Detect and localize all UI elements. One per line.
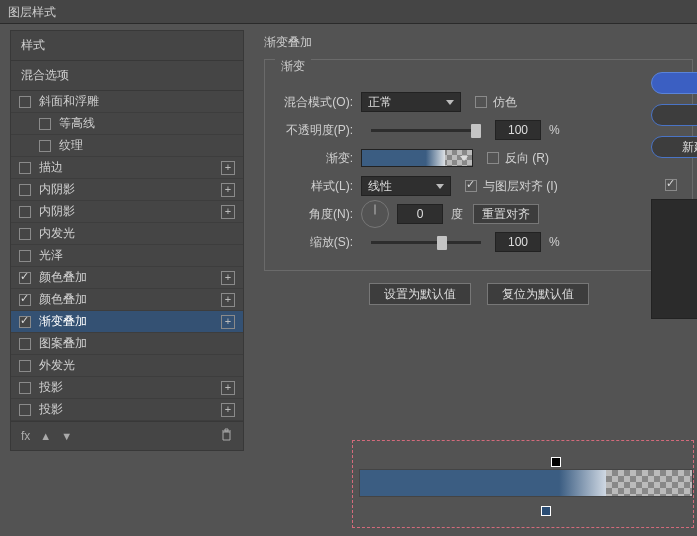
scale-row: 缩放(S): 100 %	[279, 228, 678, 256]
gradient-group: 渐变 混合模式(O): 正常 仿色 不透明度(P): 100 % 渐变: 反向 …	[264, 59, 693, 271]
gradient-bar[interactable]	[359, 469, 693, 497]
style-checkbox[interactable]	[19, 338, 31, 350]
scale-label: 缩放(S):	[279, 234, 361, 251]
style-label: 投影	[39, 401, 221, 418]
style-label: 投影	[39, 379, 221, 396]
style-checkbox[interactable]	[19, 404, 31, 416]
styles-panel: 样式 混合选项 斜面和浮雕等高线纹理描边+内阴影+内阴影+内发光光泽颜色叠加+颜…	[10, 30, 244, 451]
style-label: 纹理	[59, 137, 235, 154]
style-checkbox[interactable]	[39, 140, 51, 152]
dither-checkbox[interactable]	[475, 96, 487, 108]
style-checkbox[interactable]	[39, 118, 51, 130]
angle-unit: 度	[451, 206, 463, 223]
style-item[interactable]: 外发光	[11, 355, 243, 377]
style-label: 渐变叠加	[39, 313, 221, 330]
align-label: 与图层对齐 (I)	[483, 178, 558, 195]
opacity-label: 不透明度(P):	[279, 122, 361, 139]
add-effect-icon[interactable]: +	[221, 315, 235, 329]
style-checkbox[interactable]	[19, 206, 31, 218]
style-item[interactable]: 图案叠加	[11, 333, 243, 355]
style-checkbox[interactable]	[19, 96, 31, 108]
style-item[interactable]: 内阴影+	[11, 201, 243, 223]
style-checkbox[interactable]	[19, 184, 31, 196]
blend-mode-select[interactable]: 正常	[361, 92, 461, 112]
move-up-icon[interactable]: ▲	[40, 430, 51, 442]
align-checkbox[interactable]	[465, 180, 477, 192]
styles-list: 斜面和浮雕等高线纹理描边+内阴影+内阴影+内发光光泽颜色叠加+颜色叠加+渐变叠加…	[11, 91, 243, 421]
opacity-slider-thumb[interactable]	[471, 124, 481, 138]
styles-header[interactable]: 样式	[11, 31, 243, 61]
style-item[interactable]: 颜色叠加+	[11, 267, 243, 289]
styles-column: 样式 混合选项 斜面和浮雕等高线纹理描边+内阴影+内阴影+内发光光泽颜色叠加+颜…	[0, 24, 244, 536]
new-style-button[interactable]: 新建	[651, 136, 697, 158]
window-title: 图层样式	[8, 5, 56, 19]
make-default-button[interactable]: 设置为默认值	[369, 283, 471, 305]
style-checkbox[interactable]	[19, 250, 31, 262]
style-item[interactable]: 内阴影+	[11, 179, 243, 201]
add-effect-icon[interactable]: +	[221, 183, 235, 197]
ok-button[interactable]	[651, 72, 697, 94]
style-item[interactable]: 纹理	[11, 135, 243, 157]
opacity-input[interactable]: 100	[495, 120, 541, 140]
add-effect-icon[interactable]: +	[221, 271, 235, 285]
opacity-stop[interactable]	[551, 457, 561, 467]
style-item[interactable]: 斜面和浮雕	[11, 91, 243, 113]
reset-align-button[interactable]: 重置对齐	[473, 204, 539, 224]
style-select[interactable]: 线性	[361, 176, 451, 196]
add-effect-icon[interactable]: +	[221, 161, 235, 175]
add-effect-icon[interactable]: +	[221, 381, 235, 395]
defaults-row: 设置为默认值 复位为默认值	[264, 283, 693, 305]
preview-box	[651, 179, 697, 319]
reverse-checkbox[interactable]	[487, 152, 499, 164]
add-effect-icon[interactable]: +	[221, 205, 235, 219]
style-item[interactable]: 渐变叠加+	[11, 311, 243, 333]
style-label: 斜面和浮雕	[39, 93, 235, 110]
cancel-button[interactable]	[651, 104, 697, 126]
angle-input[interactable]: 0	[397, 204, 443, 224]
add-effect-icon[interactable]: +	[221, 403, 235, 417]
trash-icon[interactable]	[220, 428, 233, 444]
style-item[interactable]: 投影+	[11, 399, 243, 421]
style-item[interactable]: 描边+	[11, 157, 243, 179]
style-label: 光泽	[39, 247, 235, 264]
style-checkbox[interactable]	[19, 162, 31, 174]
opacity-unit: %	[549, 123, 560, 137]
scale-slider-thumb[interactable]	[437, 236, 447, 250]
preview-checkbox[interactable]	[665, 179, 677, 191]
angle-row: 角度(N): 0 度 重置对齐	[279, 200, 678, 228]
gradient-label: 渐变:	[279, 150, 361, 167]
color-stop[interactable]	[541, 506, 551, 516]
scale-input[interactable]: 100	[495, 232, 541, 252]
preview-swatch	[651, 199, 697, 319]
angle-label: 角度(N):	[279, 206, 361, 223]
opacity-row: 不透明度(P): 100 %	[279, 116, 678, 144]
style-item[interactable]: 等高线	[11, 113, 243, 135]
style-label: 等高线	[59, 115, 235, 132]
style-label: 图案叠加	[39, 335, 235, 352]
blending-options-header[interactable]: 混合选项	[11, 61, 243, 91]
angle-dial[interactable]	[361, 200, 389, 228]
section-title: 渐变叠加	[264, 34, 693, 51]
reset-default-button[interactable]: 复位为默认值	[487, 283, 589, 305]
scale-unit: %	[549, 235, 560, 249]
style-label: 颜色叠加	[39, 291, 221, 308]
add-effect-icon[interactable]: +	[221, 293, 235, 307]
fx-icon[interactable]: fx	[21, 429, 30, 443]
style-checkbox[interactable]	[19, 228, 31, 240]
gradient-picker[interactable]	[361, 149, 473, 167]
style-item[interactable]: 颜色叠加+	[11, 289, 243, 311]
style-item[interactable]: 光泽	[11, 245, 243, 267]
style-checkbox[interactable]	[19, 294, 31, 306]
style-checkbox[interactable]	[19, 316, 31, 328]
style-checkbox[interactable]	[19, 382, 31, 394]
style-label: 内阴影	[39, 203, 221, 220]
opacity-slider[interactable]	[371, 129, 481, 132]
scale-slider[interactable]	[371, 241, 481, 244]
style-checkbox[interactable]	[19, 360, 31, 372]
group-legend: 渐变	[275, 58, 311, 75]
style-item[interactable]: 投影+	[11, 377, 243, 399]
move-down-icon[interactable]: ▼	[61, 430, 72, 442]
style-item[interactable]: 内发光	[11, 223, 243, 245]
style-checkbox[interactable]	[19, 272, 31, 284]
style-label: 内发光	[39, 225, 235, 242]
